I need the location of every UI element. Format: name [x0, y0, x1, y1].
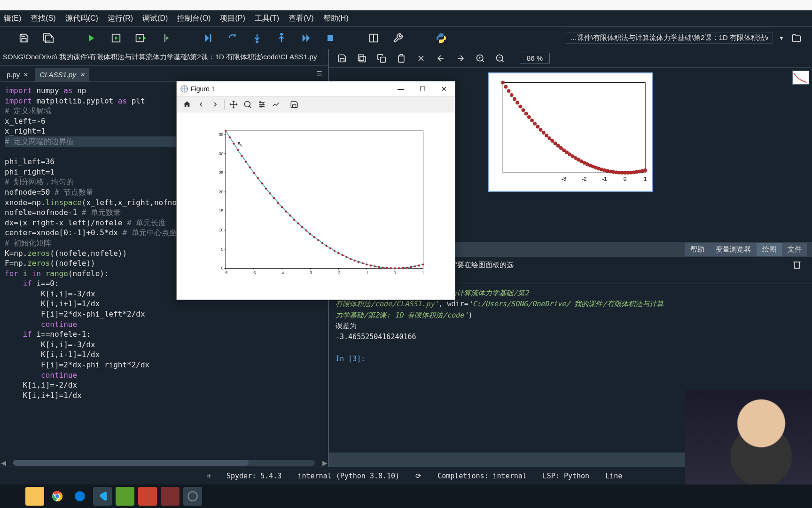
step-over-icon[interactable]: [226, 32, 239, 44]
figure-titlebar[interactable]: Figure 1 — ☐ ✕: [177, 81, 455, 96]
menu-run[interactable]: 运行(R): [104, 12, 137, 25]
svg-point-40: [519, 105, 522, 108]
run-cell-icon[interactable]: [110, 32, 122, 44]
menu-search[interactable]: 查找(S): [27, 12, 59, 25]
chrome-icon[interactable]: [48, 487, 67, 506]
tab-plots[interactable]: 绘图: [757, 243, 782, 256]
svg-rect-21: [381, 57, 386, 62]
plot-mini-thumb[interactable]: [792, 71, 809, 85]
plot-thumbnail[interactable]: -3-2-101: [488, 72, 653, 192]
svg-point-155: [297, 222, 299, 224]
menu-tools[interactable]: 工具(T): [251, 12, 283, 25]
svg-point-164: [334, 250, 336, 252]
prev-plot-icon[interactable]: [436, 54, 445, 63]
configure-icon[interactable]: [255, 98, 268, 111]
svg-point-158: [309, 233, 311, 235]
forward-icon[interactable]: [209, 98, 222, 111]
minimize-icon[interactable]: —: [390, 81, 412, 96]
browse-dir-icon[interactable]: [790, 32, 803, 44]
menu-edit[interactable]: 辑(E): [0, 12, 25, 25]
tab-p-py[interactable]: p.py✕: [2, 68, 33, 81]
svg-point-45: [533, 122, 537, 125]
step-out-icon[interactable]: [275, 32, 288, 44]
clear-plots-icon[interactable]: [416, 54, 426, 63]
figure-window[interactable]: Figure 1 — ☐ ✕ 05101520253035 -6-5-4-3-2…: [176, 81, 455, 300]
svg-point-44: [530, 119, 533, 122]
run-icon[interactable]: [86, 32, 98, 44]
workdir-input[interactable]: [566, 32, 773, 44]
close-icon[interactable]: ✕: [433, 81, 455, 96]
copy-plot-icon[interactable]: [377, 54, 386, 63]
menu-project[interactable]: 项目(P): [216, 12, 249, 25]
tab-variables[interactable]: 变量浏览器: [710, 243, 757, 256]
zoom-out-icon[interactable]: [495, 54, 505, 63]
menu-help[interactable]: 帮助(H): [320, 12, 352, 25]
tab-files[interactable]: 文件: [782, 243, 807, 256]
svg-point-162: [325, 245, 327, 246]
svg-point-153: [289, 214, 291, 216]
svg-point-11: [256, 41, 258, 43]
svg-marker-8: [205, 34, 209, 42]
app2-icon[interactable]: [138, 487, 157, 506]
continue-icon[interactable]: [300, 32, 312, 44]
svg-text:15: 15: [219, 208, 223, 213]
svg-rect-104: [226, 131, 423, 268]
zoom-icon[interactable]: [241, 98, 254, 111]
menu-view[interactable]: 查看(V): [285, 12, 317, 25]
run-cell-advance-icon[interactable]: [134, 32, 147, 44]
python-icon[interactable]: [435, 32, 447, 44]
edge-icon[interactable]: [70, 487, 89, 506]
edit-axes-icon[interactable]: [269, 98, 282, 111]
save-icon[interactable]: [18, 32, 30, 44]
save-figure-icon[interactable]: [288, 98, 301, 111]
maximize-icon[interactable]: ☐: [412, 81, 433, 96]
step-into-icon[interactable]: [251, 32, 263, 44]
svg-point-178: [390, 267, 392, 269]
svg-point-96: [244, 101, 250, 107]
clear-console-icon[interactable]: [792, 260, 802, 269]
svg-marker-0: [89, 35, 94, 41]
menu-debug[interactable]: 调试(D): [139, 12, 172, 25]
debug-icon[interactable]: [202, 32, 214, 44]
vscode-icon[interactable]: [93, 487, 112, 506]
delete-plot-icon[interactable]: [397, 54, 406, 63]
pan-icon[interactable]: [227, 98, 240, 111]
back-icon[interactable]: [195, 98, 208, 111]
svg-point-168: [350, 258, 351, 260]
app1-icon[interactable]: [116, 487, 134, 506]
saveall-plot-icon[interactable]: [357, 54, 367, 63]
menu-source[interactable]: 源代码(C): [62, 12, 102, 25]
save-plot-icon[interactable]: [337, 54, 347, 63]
tab-help[interactable]: 帮助: [685, 243, 710, 256]
horizontal-scrollbar[interactable]: ◀ ▶: [0, 459, 328, 467]
home-icon[interactable]: [180, 98, 194, 111]
next-plot-icon[interactable]: [456, 54, 465, 63]
layout-icon[interactable]: [367, 32, 380, 44]
svg-point-38: [513, 97, 516, 101]
preferences-icon[interactable]: [392, 32, 404, 44]
svg-line-31: [502, 60, 504, 62]
figure-canvas[interactable]: 05101520253035 -6-5-4-3-2-101 ↖: [177, 112, 455, 300]
workdir-dropdown-icon[interactable]: ▼: [775, 32, 788, 44]
explorer-icon[interactable]: [25, 487, 44, 506]
zoom-in-icon[interactable]: [476, 54, 485, 63]
tab-class1-py[interactable]: CLASS1.py✕: [35, 68, 89, 81]
close-icon[interactable]: ✕: [23, 71, 28, 78]
svg-text:30: 30: [219, 151, 223, 156]
status-spyder-version: Spyder: 5.4.3: [226, 472, 281, 480]
saveall-icon[interactable]: [42, 32, 55, 44]
close-icon[interactable]: ✕: [80, 71, 85, 78]
run-selection-icon[interactable]: [159, 32, 171, 44]
spyder-taskbar-icon[interactable]: [183, 487, 202, 506]
start-icon[interactable]: [3, 487, 22, 506]
svg-point-181: [402, 267, 404, 269]
figure-title-text: Figure 1: [191, 85, 215, 93]
stop-icon[interactable]: [324, 32, 336, 44]
svg-rect-16: [328, 35, 333, 41]
svg-point-144: [253, 172, 255, 174]
menu-console[interactable]: 控制台(O): [173, 12, 214, 25]
tab-menu-icon[interactable]: ☰: [316, 70, 322, 78]
svg-point-172: [366, 263, 367, 265]
status-completions: Completions: internal: [437, 472, 527, 480]
app3-icon[interactable]: [161, 487, 180, 506]
